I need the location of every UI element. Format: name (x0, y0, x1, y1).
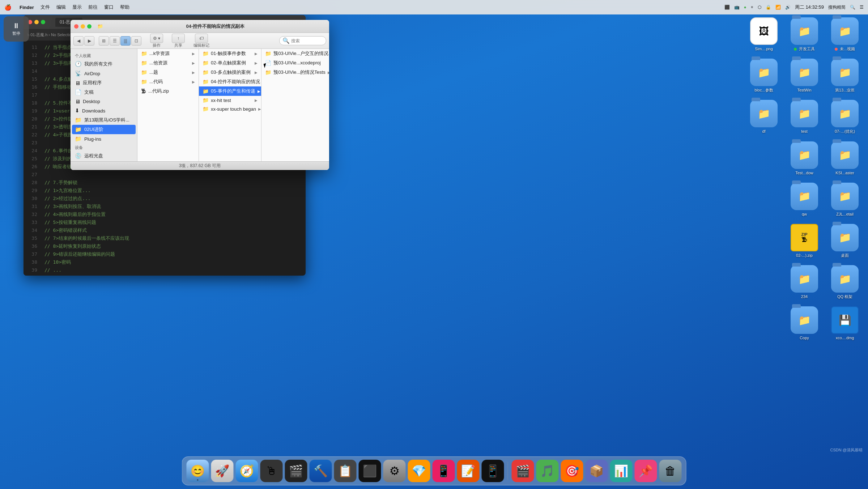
dock-app2-icon[interactable]: 📱 (482, 460, 504, 482)
dock-photos-icon[interactable]: 🎬 (285, 460, 307, 482)
desktop-icon-qw[interactable]: 📁 qw (788, 183, 820, 217)
apple-menu-icon[interactable]: 🍎 (4, 4, 12, 11)
finder-maximize-button[interactable] (87, 24, 92, 29)
finder-actions-button[interactable]: ⚙ ▾ (150, 34, 163, 43)
col1-item-4[interactable]: 📁 ...代码 ▶ (137, 77, 199, 86)
view-menu[interactable]: 显示 (72, 4, 82, 10)
menubar-sougou[interactable]: 搜狗精简 (828, 4, 846, 10)
dock-finder-icon[interactable]: 😊 (187, 460, 209, 482)
dock-xcode-icon[interactable]: 🔨 (310, 460, 332, 482)
desktop-icon-bloc-params[interactable]: 📁 bloc...参数 (748, 59, 780, 93)
window-controls[interactable] (28, 20, 45, 24)
menubar-search-icon[interactable]: 🔍 (850, 5, 855, 10)
dock-terminal-icon[interactable]: ⬛ (359, 460, 381, 482)
menubar-airplay[interactable]: 📺 (734, 5, 740, 10)
menubar-bluetooth[interactable]: ⬡ (758, 5, 761, 10)
sidebar-item-02ui[interactable]: 📁 02UI进阶 (72, 125, 136, 134)
finder-menu[interactable]: Finder (20, 5, 34, 10)
finder-icon-view-button[interactable]: ⊞ (99, 36, 109, 46)
desktop-icon-dev-tools[interactable]: 📁 开发工具 (788, 17, 820, 51)
desktop-icon-testwin[interactable]: 📁 TestWin (788, 59, 820, 93)
finder-minimize-button[interactable] (81, 24, 85, 29)
sidebar-item-documents[interactable]: 📄 文稿 (71, 88, 137, 97)
finder-list-view-button[interactable]: ☰ (110, 36, 120, 46)
desktop-icon-xcode-dmg[interactable]: 💾 xco....dmg (829, 306, 861, 340)
sidebar-item-airdrop[interactable]: 📡 AirDrop (71, 69, 137, 78)
finder-gallery-view-button[interactable]: ⊡ (131, 36, 141, 46)
finder-forward-button[interactable]: ▶ (84, 36, 94, 46)
dock-indigo-icon[interactable]: 📦 (586, 460, 608, 482)
dock-app1-icon[interactable]: 📱 (433, 460, 455, 482)
col3-item-2[interactable]: 📄 预03-UIVie...xcodeproj (261, 58, 329, 68)
col2-item-6[interactable]: 📁 xx-hit test ▶ (199, 96, 261, 105)
desktop-icon-unfinished-video[interactable]: 📁 未...视频 (829, 17, 861, 51)
dock-sketch-icon[interactable]: 💎 (408, 460, 430, 482)
menubar-screen-record[interactable]: ⬛ (724, 5, 730, 10)
minimize-button[interactable] (34, 20, 39, 24)
desktop-icon-test-dow[interactable]: 📁 Test...dow (788, 141, 820, 175)
dock-music-icon[interactable]: 🎵 (536, 460, 559, 482)
col2-item-5-selected[interactable]: 📁 05-事件的产生和传递 ▶ (199, 86, 261, 96)
dock-filemerge-icon[interactable]: 📋 (334, 460, 357, 482)
desktop-icon-zip[interactable]: ZIP 🗜 02-...).zip (788, 224, 820, 258)
sidebar-item-ios-courses[interactable]: 📁 第13期黑马iOS学科... (71, 115, 137, 125)
col1-item-1[interactable]: 📁 ...k学资源 ▶ (137, 49, 199, 58)
edit-menu[interactable]: 编辑 (56, 4, 66, 10)
desktop-icon-zjl-etail[interactable]: 📁 ZJL...etail (829, 183, 861, 217)
finder-search-input[interactable] (291, 38, 327, 43)
desktop-icon-qq-framework[interactable]: 📁 QQ 框架 (829, 265, 861, 299)
sidebar-item-remote-disc[interactable]: 💿 远程光盘 (71, 151, 137, 161)
col2-item-1[interactable]: 📁 01-触摸事件参数 ▶ (199, 49, 261, 58)
finder-tags-button[interactable]: 🏷 (195, 34, 208, 43)
dock-trash-icon[interactable]: 🗑 (659, 460, 682, 482)
dock-bluegreen-icon[interactable]: 📊 (610, 460, 633, 482)
desktop-icon-13th-class[interactable]: 📁 第13...业班 (829, 59, 861, 93)
col1-item-2[interactable]: 📁 ...他资源 ▶ (137, 58, 199, 68)
dock-cursor-icon[interactable]: 🖱 (260, 460, 283, 482)
dock-safari-icon[interactable]: 🧭 (236, 460, 258, 482)
desktop-icon-ksi-aster[interactable]: 📁 KSI...aster (829, 141, 861, 175)
menubar-greenshot[interactable]: ● (744, 5, 746, 10)
dock-video-icon[interactable]: 🎬 (512, 460, 534, 482)
sidebar-item-plugins[interactable]: 📁 Plug-ins (71, 134, 137, 144)
desktop-icon-sim-png[interactable]: 🖼 Sim....png (748, 17, 780, 51)
col2-item-4[interactable]: 📁 04-控件不能响应的情况 ▶ (199, 77, 261, 86)
sidebar-item-downloads[interactable]: ⬇ Downloads (71, 106, 137, 115)
go-menu[interactable]: 前往 (88, 4, 98, 10)
maximize-button[interactable] (41, 20, 45, 24)
desktop-icon-07-optimized[interactable]: 📁 07-…(优化) (829, 100, 861, 134)
sidebar-item-applications[interactable]: 🖥 应用程序 (71, 78, 137, 88)
sidebar-item-all-files[interactable]: 🕐 我的所有文件 (71, 59, 137, 69)
col1-item-3[interactable]: 📁 ...题 ▶ (137, 68, 199, 77)
col2-item-2[interactable]: 📁 02-单点触摸案例 ▶ (199, 58, 261, 68)
help-menu[interactable]: 帮助 (120, 4, 129, 10)
col2-item-3[interactable]: 📁 03-多点触摸的案例 ▶ (199, 68, 261, 77)
desktop-icon-test[interactable]: 📁 test (788, 100, 820, 134)
sidebar-item-desktop[interactable]: 🖥 Desktop (71, 97, 137, 106)
finder-column-view-button[interactable]: ||| (120, 36, 131, 46)
finder-close-button[interactable] (74, 24, 78, 29)
menubar-wifi[interactable]: 📶 (775, 5, 781, 10)
desktop-icon-copy[interactable]: 📁 Copy (788, 306, 820, 340)
col1-item-5[interactable]: 🗜 ...代码.zip (137, 86, 199, 96)
menubar-volume[interactable]: 🔊 (785, 5, 791, 10)
dock-launchpad-icon[interactable]: 🚀 (211, 460, 234, 482)
col3-item-1[interactable]: 📁 预03-UIVie...户交互的情况 ▶ (261, 49, 329, 58)
pause-button[interactable]: ⏸ 暂停 (4, 16, 29, 42)
finder-back-button[interactable]: ◀ (73, 36, 84, 46)
dock-orange-icon[interactable]: 🎯 (561, 460, 583, 482)
finder-share-button[interactable]: ↑ (172, 34, 185, 43)
menubar-lock[interactable]: 🔒 (766, 5, 771, 10)
dock-sublime-icon[interactable]: 📝 (457, 460, 480, 482)
dock-system-prefs-icon[interactable]: ⚙ (383, 460, 406, 482)
col2-item-7[interactable]: 📁 xx-super touch began ▶ (199, 105, 261, 113)
file-menu[interactable]: 文件 (41, 4, 50, 10)
desktop-icon-234[interactable]: 📁 234 (788, 265, 820, 299)
menubar-list-icon[interactable]: ☰ (860, 5, 864, 10)
desktop-icon-desktop-folder[interactable]: 📁 桌面 (829, 224, 861, 258)
menubar-plus[interactable]: + (751, 5, 753, 10)
desktop-icon-df[interactable]: 📁 df (748, 100, 780, 134)
col3-item-3[interactable]: 📁 预03-UIVie...的情况Tests ▶ (261, 68, 329, 77)
finder-search-bar[interactable]: 🔍 (279, 36, 326, 45)
window-menu[interactable]: 窗口 (104, 4, 114, 10)
